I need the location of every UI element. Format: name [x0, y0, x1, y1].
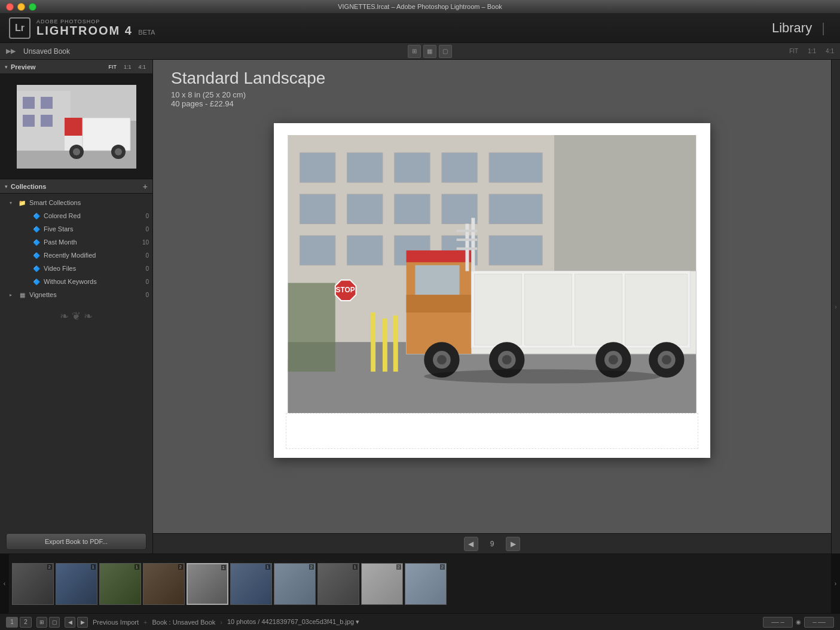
- right-panel-toggle[interactable]: ›: [831, 60, 840, 553]
- svg-rect-28: [347, 236, 383, 265]
- vignettes-label: Vignettes: [29, 291, 137, 298]
- view-1-1-btn[interactable]: 1:1: [808, 48, 816, 54]
- svg-rect-8: [65, 118, 83, 136]
- filmstrip-thumb-1[interactable]: 2: [12, 563, 54, 605]
- zoom-in-btn[interactable]: ─ ──: [804, 617, 834, 628]
- book-label[interactable]: Book : Unsaved Book: [152, 619, 215, 626]
- photos-count: 10 photos / 4421839767_03ce5d3f41_b.jpg …: [227, 618, 359, 626]
- filmstrip-thumb-10[interactable]: 2: [405, 563, 447, 605]
- svg-rect-5: [23, 115, 35, 127]
- filmstrip-thumb-7[interactable]: 2: [274, 563, 316, 605]
- collection-recently-modified[interactable]: 🔷 Recently Modified 0: [0, 249, 152, 262]
- svg-rect-65: [457, 238, 478, 241]
- filmstrip-thumb-5[interactable]: 1: [187, 563, 228, 605]
- beta-label: BETA: [138, 29, 155, 36]
- smart-collections-arrow: ▾: [10, 200, 16, 206]
- vignettes-arrow: ▸: [10, 292, 16, 298]
- filmstrip-items: 2 1 1 2 1 1 2 1 2: [9, 560, 831, 608]
- four-one-view-btn[interactable]: 4:1: [136, 63, 148, 71]
- main-photo: STOP: [286, 135, 698, 413]
- filmstrip-right-arrow[interactable]: ›: [831, 554, 840, 613]
- zoom-out-btn[interactable]: ── ─: [763, 617, 793, 628]
- maximize-button[interactable]: [29, 3, 36, 11]
- fit-view-btn[interactable]: FIT: [106, 63, 118, 71]
- collections-title: Collections: [11, 183, 46, 190]
- previous-import-link[interactable]: Previous Import: [93, 619, 139, 626]
- svg-rect-17: [300, 153, 335, 182]
- svg-point-47: [437, 355, 447, 365]
- filmstrip-thumb-9[interactable]: 2: [361, 563, 403, 605]
- thumb-num-10: 2: [440, 564, 445, 570]
- collection-video-files[interactable]: 🔷 Video Files 0: [0, 262, 152, 275]
- filmstrip-thumb-4[interactable]: 2: [143, 563, 185, 605]
- app-header: Lr ADOBE PHOTOSHOP LIGHTROOM 4 BETA Libr…: [0, 13, 840, 43]
- status-prev-arrow[interactable]: ◀: [65, 617, 75, 628]
- module-name[interactable]: Library |: [772, 20, 831, 36]
- collection-five-stars[interactable]: 🔷 Five Stars 0: [0, 222, 152, 236]
- collection-colored-red[interactable]: 🔷 Colored Red 0: [0, 209, 152, 222]
- smart-collections-folder-icon: 📁: [17, 199, 27, 206]
- smart-collections-label: Smart Collections: [29, 199, 149, 206]
- next-page-btn[interactable]: ▶: [506, 537, 520, 551]
- five-stars-label: Five Stars: [44, 225, 137, 233]
- svg-point-50: [502, 355, 512, 365]
- smart-collections-group[interactable]: ▾ 📁 Smart Collections: [0, 196, 152, 209]
- preview-content: [0, 74, 152, 179]
- single-view-icon[interactable]: ▢: [49, 617, 60, 628]
- status-view-icons: ⊞ ▢: [36, 617, 60, 628]
- one-one-view-btn[interactable]: 1:1: [122, 63, 133, 71]
- svg-rect-21: [489, 153, 542, 182]
- collection-vignettes[interactable]: ▸ ▦ Vignettes 0: [0, 288, 152, 301]
- single-view-btn[interactable]: ▢: [439, 45, 452, 58]
- status-right-controls: ── ─ ◉ ─ ──: [763, 617, 834, 628]
- svg-rect-4: [41, 97, 53, 109]
- left-panel: ▾ Preview FIT 1:1 4:1: [0, 60, 153, 553]
- status-num-btns: 1 2: [6, 617, 32, 628]
- view-fit-btn[interactable]: FIT: [789, 48, 798, 54]
- window-controls[interactable]: [6, 3, 36, 11]
- five-stars-count: 0: [137, 226, 149, 233]
- book-info: Standard Landscape 10 x 8 in (25 x 20 cm…: [153, 60, 831, 117]
- book-pages-price: 40 pages - £22.94: [171, 99, 813, 108]
- status-num-2[interactable]: 2: [20, 617, 32, 628]
- main-toolbar: ▶▶ Unsaved Book ⊞ ▦ ▢ FIT 1:1 4:1: [0, 43, 840, 60]
- grid-view-btn[interactable]: ⊞: [408, 45, 421, 58]
- add-collection-button[interactable]: +: [143, 182, 148, 191]
- prev-page-btn[interactable]: ◀: [464, 537, 478, 551]
- preview-header[interactable]: ▾ Preview FIT 1:1 4:1: [0, 60, 152, 74]
- svg-rect-37: [415, 265, 459, 298]
- preview-arrow: ▾: [5, 64, 8, 70]
- filmstrip-thumb-2[interactable]: 1: [56, 563, 97, 605]
- collections-header[interactable]: ▾ Collections +: [0, 179, 152, 194]
- filmstrip-thumb-8[interactable]: 1: [317, 563, 359, 605]
- filmstrip-thumb-3[interactable]: 1: [99, 563, 141, 605]
- past-month-icon: 🔷: [32, 238, 41, 246]
- filmstrip-left-arrow[interactable]: ‹: [0, 554, 9, 613]
- filmstrip-thumb-6[interactable]: 1: [230, 563, 272, 605]
- collections-tree: ▾ 📁 Smart Collections 🔷 Colored Red 0: [0, 194, 152, 304]
- app-logo: Lr ADOBE PHOTOSHOP LIGHTROOM 4 BETA: [9, 17, 155, 39]
- view-4-1-btn[interactable]: 4:1: [826, 48, 834, 54]
- close-button[interactable]: [6, 3, 14, 11]
- window-title: VIGNETTES.lrcat – Adobe Photoshop Lightr…: [338, 3, 502, 10]
- status-next-arrow[interactable]: ▶: [77, 617, 88, 628]
- collection-past-month[interactable]: 🔷 Past Month 10: [0, 236, 152, 249]
- export-book-button[interactable]: Export Book to PDF...: [6, 533, 146, 550]
- status-num-1[interactable]: 1: [6, 617, 18, 628]
- thumb-num-4: 2: [178, 564, 183, 570]
- book-page: STOP: [274, 123, 710, 458]
- book-size: 10 x 8 in (25 x 20 cm): [171, 90, 813, 99]
- svg-rect-61: [393, 316, 398, 372]
- split-view-btn[interactable]: ▦: [423, 45, 436, 58]
- book-canvas: STOP: [153, 117, 831, 533]
- svg-rect-9: [83, 118, 130, 151]
- minimize-button[interactable]: [17, 3, 25, 11]
- collection-without-keywords[interactable]: 🔷 Without Keywords 0: [0, 275, 152, 288]
- past-month-count: 10: [137, 239, 149, 246]
- unsaved-book-label: Unsaved Book: [23, 47, 70, 56]
- without-keywords-count: 0: [137, 279, 149, 285]
- grid-view-icon[interactable]: ⊞: [36, 617, 47, 628]
- vignettes-icon: ▦: [17, 291, 27, 298]
- status-bar: 1 2 ⊞ ▢ ◀ ▶ Previous Import + Book : Uns…: [0, 613, 840, 630]
- without-keywords-icon: 🔷: [32, 278, 41, 285]
